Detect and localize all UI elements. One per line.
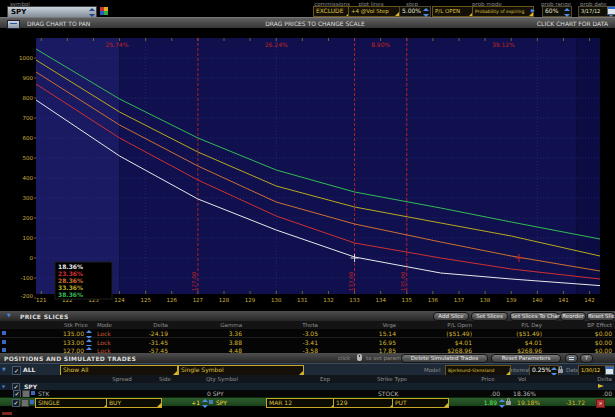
top-toolbar: symbol SPY commissions EXCLUDE plot line…	[0, 0, 615, 17]
plot-lines-dropdown[interactable]: +4 @Vol Step	[348, 6, 400, 17]
simulated-trade-row[interactable]: ✓ SINGLE BUY +1 SPY MAR 12 129 PUT 1.89 …	[0, 397, 615, 406]
x-axis-label: 127	[193, 297, 204, 303]
stock-qty-symbol: 0 SPY	[207, 390, 224, 397]
legend-entry: 38.36%	[58, 291, 83, 298]
collapse-triangle-icon[interactable]: ▼	[7, 313, 11, 318]
probability-label: 8.90%	[371, 41, 390, 48]
reset-parameters-button[interactable]: Reset Parameters	[491, 354, 561, 363]
price-slices-title: PRICE SLICES	[20, 313, 69, 320]
x-axis-label: 121	[36, 297, 47, 303]
date-calendar-icon[interactable]	[605, 366, 614, 375]
slice-row[interactable]: 135.00 Lock -24.19 3.36 -3.05 15.14 ($51…	[0, 329, 615, 338]
strike-dropdown[interactable]: 129	[333, 398, 395, 408]
symbol-spinner[interactable]	[89, 8, 95, 17]
slice-mode-dropdown[interactable]: Lock	[97, 339, 111, 346]
qty-arrows[interactable]	[202, 399, 208, 408]
all-checkbox[interactable]: ✓	[12, 366, 21, 375]
expand-triangle-icon[interactable]: ▼	[2, 384, 5, 389]
slice-mode-dropdown[interactable]: Lock	[97, 330, 111, 337]
expand-triangle-icon[interactable]: ▼	[2, 367, 6, 372]
spread-dropdown[interactable]: SINGLE	[35, 398, 109, 408]
x-axis-label: 125	[140, 297, 151, 303]
stock-vol: 18.36%	[496, 390, 536, 397]
col-delta: Delta	[572, 376, 612, 382]
slice-pl-day: $4.01	[494, 339, 542, 346]
type-value: PUT	[395, 399, 407, 406]
slice-theta: -3.41	[278, 339, 318, 346]
positions-header-row: Spread Side Qty Symbol Exp Strike Type P…	[0, 375, 615, 383]
x-axis-label: 141	[558, 297, 569, 303]
x-axis-label: 137	[454, 297, 465, 303]
plot-band	[36, 38, 120, 294]
commissions-value: EXCLUDE	[316, 7, 344, 14]
col-vega: Vega	[356, 322, 396, 328]
probability-label: 25.74%	[105, 41, 128, 48]
prob-date-value: 3/17/12	[581, 8, 600, 14]
prob-range-spinner[interactable]: 60%	[542, 6, 572, 17]
prob-mode-dropdown[interactable]: Probability of expiring	[472, 6, 534, 17]
col-exp: Exp	[295, 376, 355, 382]
delete-simulated-trades-button[interactable]: Delete Simulated Trades	[401, 354, 488, 363]
prob-mode-expand-icon[interactable]: ▶	[531, 8, 535, 13]
col-strike-type: Strike Type	[362, 376, 422, 382]
exp-value: MAR 12	[269, 399, 292, 406]
col-theta: Theta	[278, 322, 318, 328]
col-gamma: Gamma	[202, 322, 242, 328]
qty-value[interactable]: +1	[182, 399, 200, 406]
side-dropdown[interactable]: BUY	[106, 398, 162, 408]
interest-lock-icon[interactable]	[558, 369, 563, 373]
set-slices-to-charts-button[interactable]: Set Slices To Charts	[510, 312, 559, 321]
price-slice-label: 133.00	[348, 271, 354, 291]
col-stk-price: Stk Price	[48, 322, 88, 328]
y-axis-label: 800	[23, 95, 34, 101]
y-axis-label: 100	[23, 235, 34, 241]
delete-trade-icon[interactable]: ×	[596, 399, 605, 408]
all-label: ALL	[23, 366, 35, 373]
trade-price[interactable]: 1.89	[467, 399, 497, 406]
col-pl-day: P/L Day	[494, 322, 542, 328]
stock-position-row[interactable]: ✓ STK 0 SPY STOCK .00 18.36% .00	[0, 390, 615, 397]
hint-left: DRAG CHART TO PAN	[27, 20, 90, 27]
row-pointer-icon[interactable]	[598, 384, 604, 388]
side-value: BUY	[109, 399, 121, 406]
reorder-button[interactable]: Reorder	[560, 312, 586, 321]
x-axis-label: 132	[323, 297, 334, 303]
prob-range-arrows[interactable]	[564, 8, 570, 17]
col-pl-open: P/L Open	[424, 322, 472, 328]
exp-dropdown[interactable]: MAR 12	[266, 398, 336, 408]
pl-open-value: P/L OPEN	[435, 8, 460, 14]
analysis-chart[interactable]: 10009008007006005004003002001000-100-200…	[0, 28, 615, 311]
legend-entry: 33.36%	[58, 284, 83, 291]
x-axis-label: 126	[167, 297, 178, 303]
slice-vega: 15.14	[356, 330, 396, 337]
add-slice-button[interactable]: Add Slice	[433, 312, 469, 321]
layout-grid-icon[interactable]	[565, 354, 578, 363]
commissions-dropdown[interactable]: EXCLUDE	[313, 6, 351, 17]
symbol-style-icon[interactable]	[100, 7, 109, 16]
step-spinner-arrows[interactable]	[423, 8, 429, 17]
hint-right: CLICK CHART FOR DATA	[490, 20, 608, 27]
link-icon[interactable]	[209, 400, 213, 404]
slice-pl-open: ($51.49)	[424, 330, 472, 337]
reset-slices-button[interactable]: Reset Slices	[587, 312, 615, 321]
y-axis-label: -100	[21, 275, 34, 281]
slice-price[interactable]: 135.00	[44, 330, 84, 337]
model-value: Bjerksund-Stensland	[448, 368, 494, 373]
help-icon[interactable]: ?	[580, 354, 593, 363]
type-dropdown[interactable]: PUT	[392, 398, 449, 408]
legend-entry: 23.36%	[58, 270, 83, 277]
x-axis-label: 129	[245, 297, 256, 303]
resize-handle[interactable]	[2, 412, 12, 415]
x-axis-label: 138	[480, 297, 491, 303]
step-spinner[interactable]: 5.00%	[399, 6, 431, 17]
col-delta: Delta	[128, 322, 168, 328]
slice-price[interactable]: 133.00	[44, 339, 84, 346]
symbol-group-row[interactable]: ▼ ✓ SPY	[0, 383, 615, 390]
set-slices-button[interactable]: Set Slices	[471, 312, 508, 321]
prob-date-calendar-icon[interactable]	[607, 6, 615, 15]
trade-checkbox[interactable]: ✓	[12, 399, 20, 407]
trade-colorbox[interactable]	[21, 399, 29, 407]
x-axis-label: 135	[402, 297, 413, 303]
pl-open-dropdown[interactable]: P/L OPEN	[432, 6, 474, 17]
y-axis-label: 1000	[19, 55, 33, 61]
